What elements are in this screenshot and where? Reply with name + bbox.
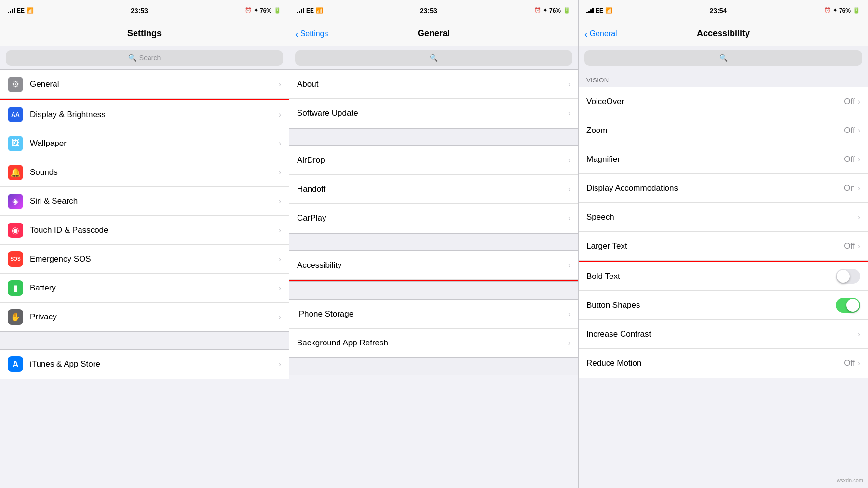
itunes-label: iTunes & App Store [30,359,279,369]
list-item-magnifier[interactable]: Magnifier Off › [579,145,868,174]
display-icon: AA [8,107,23,122]
back-button-2[interactable]: ‹ Settings [295,29,328,39]
alarm-icon-3: ⏰ [824,7,831,13]
general-chevron: › [279,80,281,89]
wifi-icon-1: 📶 [27,7,34,14]
panel-general: EE 📶 23:53 ⏰ ✦ 76% 🔋 ‹ Settings General … [289,0,579,488]
status-bar-1: EE 📶 23:53 ⏰ ✦ 76% 🔋 [0,0,289,21]
carrier-1: EE [17,7,25,14]
siri-icon: ◈ [8,194,23,209]
search-bar-1[interactable]: 🔍 Search [6,50,283,66]
list-item-backgroundapp[interactable]: Background App Refresh › [289,329,578,357]
list-item-largertext[interactable]: Larger Text Off › [579,232,868,261]
list-item-iphoneStorage[interactable]: iPhone Storage › [289,300,578,329]
magnifier-value: Off [844,155,854,164]
touchid-label: Touch ID & Passcode [30,225,279,235]
bar2-2 [299,11,300,13]
battery-icon: ▮ [8,280,23,296]
bar2-3 [588,11,590,13]
buttonshapes-label: Button Shapes [586,301,836,310]
battery-icon-3: 🔋 [853,7,860,14]
section-2-3: Accessibility › [289,251,578,282]
list-item-carplay[interactable]: CarPlay › [289,204,578,233]
search-icon-2: 🔍 [430,54,438,62]
speech-chevron: › [858,213,860,222]
speech-label: Speech [586,212,858,222]
list-item-increasecontrast[interactable]: Increase Contrast › [579,320,868,349]
zoom-value: Off [844,126,854,135]
bar3-3 [590,9,592,13]
list-item-itunes[interactable]: A iTunes & App Store › [0,350,289,379]
search-bar-3[interactable]: 🔍 [584,50,862,66]
itunes-chevron: › [279,360,281,369]
softwareupdate-label: Software Update [297,108,568,118]
page-title-2: General [418,28,450,39]
search-container-2: 🔍 [289,46,578,69]
list-item-privacy[interactable]: ✋ Privacy › [0,303,289,331]
status-left-3: EE 📶 [586,7,612,14]
buttonshapes-toggle-thumb [846,299,859,312]
voiceover-value: Off [844,97,854,106]
display-label: Display & Brightness [30,110,279,119]
list-item-boldtext[interactable]: Bold Text [579,262,868,291]
accessibility-label: Accessibility [297,261,568,270]
list-item-battery[interactable]: ▮ Battery › [0,274,289,303]
section-2-1: About › Software Update › [289,69,578,128]
iphoneStorage-label: iPhone Storage [297,309,568,319]
search-container-1: 🔍 Search [0,46,289,69]
search-icon-3: 🔍 [719,54,728,62]
time-2: 23:53 [420,7,437,14]
list-item-softwareupdate[interactable]: Software Update › [289,99,578,128]
time-3: 23:54 [710,7,727,14]
alarm-icon-2: ⏰ [534,7,541,13]
back-button-3[interactable]: ‹ General [584,29,617,39]
nav-bar-1: Settings [0,21,289,46]
list-item-sos[interactable]: SOS Emergency SOS › [0,245,289,274]
list-item-sounds[interactable]: 🔔 Sounds › [0,158,289,187]
list-item-displayacc[interactable]: Display Accommodations On › [579,174,868,203]
displayacc-value: On [844,184,855,193]
signal-icon-3 [586,8,594,13]
bar4 [14,8,15,13]
airdrop-chevron: › [568,156,570,165]
privacy-icon: ✋ [8,309,23,325]
bluetooth-icon-1: ✦ [254,7,258,13]
bar3 [12,9,13,13]
siri-label: Siri & Search [30,197,279,206]
wallpaper-chevron: › [279,139,281,148]
settings-list-1: ⚙ General › AA Display & Brightness › 🖼 … [0,69,289,488]
battery-pct-2: 76% [549,7,561,14]
magnifier-chevron: › [858,155,860,164]
list-item-speech[interactable]: Speech › [579,203,868,232]
iphoneStorage-chevron: › [568,310,570,318]
buttonshapes-toggle[interactable] [836,298,860,313]
list-item-display[interactable]: AA Display & Brightness › [0,100,289,129]
list-item-airdrop[interactable]: AirDrop › [289,146,578,175]
list-item-touchid[interactable]: ◉ Touch ID & Passcode › [0,216,289,245]
list-item-reducemotion[interactable]: Reduce Motion Off › [579,349,868,378]
list-item-zoom[interactable]: Zoom Off › [579,116,868,145]
list-item-buttonshapes[interactable]: Button Shapes [579,291,868,320]
boldtext-toggle[interactable] [836,269,860,284]
list-item-about[interactable]: About › [289,70,578,99]
list-item-general[interactable]: ⚙ General › [0,70,289,99]
softwareupdate-chevron: › [568,109,570,118]
touchid-chevron: › [279,226,281,235]
status-left-2: EE 📶 [297,7,323,14]
battery-label: Battery [30,283,279,293]
list-item-siri[interactable]: ◈ Siri & Search › [0,187,289,216]
sounds-chevron: › [279,168,281,177]
status-bar-3: EE 📶 23:54 ⏰ ✦ 76% 🔋 [579,0,868,21]
gap-divider-2-2 [289,233,578,251]
signal-icon-2 [297,8,304,13]
list-item-wallpaper[interactable]: 🖼 Wallpaper › [0,129,289,158]
search-bar-2[interactable]: 🔍 [295,50,572,66]
privacy-chevron: › [279,313,281,321]
reducemotion-value: Off [844,358,854,368]
gap-divider-2-3 [289,282,578,299]
list-item-accessibility[interactable]: Accessibility › [289,251,578,280]
list-item-handoff[interactable]: Handoff › [289,175,578,204]
gap-divider-2-1 [289,128,578,145]
privacy-label: Privacy [30,312,279,322]
list-item-voiceover[interactable]: VoiceOver Off › [579,87,868,116]
